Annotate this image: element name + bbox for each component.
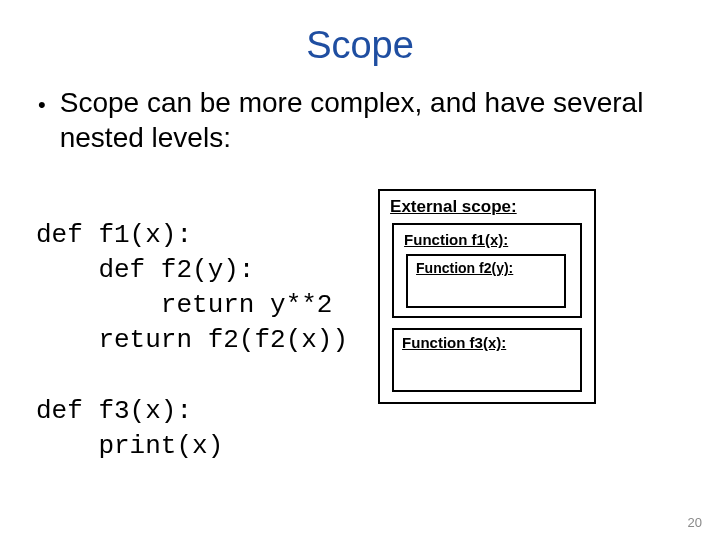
- external-scope-box: External scope: Function f1(x): Function…: [378, 189, 596, 404]
- page-number: 20: [688, 515, 702, 530]
- bullet-item: • Scope can be more complex, and have se…: [38, 85, 690, 155]
- code-block: def f1(x): def f2(y): return y**2 return…: [36, 183, 348, 499]
- scope-diagram: External scope: Function f1(x): Function…: [378, 189, 596, 404]
- code-line: return f2(f2(x)): [36, 325, 348, 355]
- f2-scope-label: Function f2(y):: [416, 260, 556, 276]
- content-row: def f1(x): def f2(y): return y**2 return…: [30, 183, 690, 499]
- f2-scope-box: Function f2(y):: [406, 254, 566, 308]
- f1-scope-box: Function f1(x): Function f2(y):: [392, 223, 582, 318]
- f3-scope-label: Function f3(x):: [402, 334, 572, 351]
- code-line: print(x): [36, 431, 223, 461]
- external-scope-label: External scope:: [390, 197, 584, 217]
- bullet-dot-icon: •: [38, 91, 46, 119]
- f3-scope-box: Function f3(x):: [392, 328, 582, 392]
- code-line: def f1(x):: [36, 220, 192, 250]
- code-line: def f2(y):: [36, 255, 254, 285]
- f1-scope-label: Function f1(x):: [404, 231, 570, 248]
- code-line: def f3(x):: [36, 396, 192, 426]
- slide: Scope • Scope can be more complex, and h…: [0, 0, 720, 540]
- code-line: return y**2: [36, 290, 332, 320]
- slide-title: Scope: [30, 24, 690, 67]
- bullet-text: Scope can be more complex, and have seve…: [60, 85, 690, 155]
